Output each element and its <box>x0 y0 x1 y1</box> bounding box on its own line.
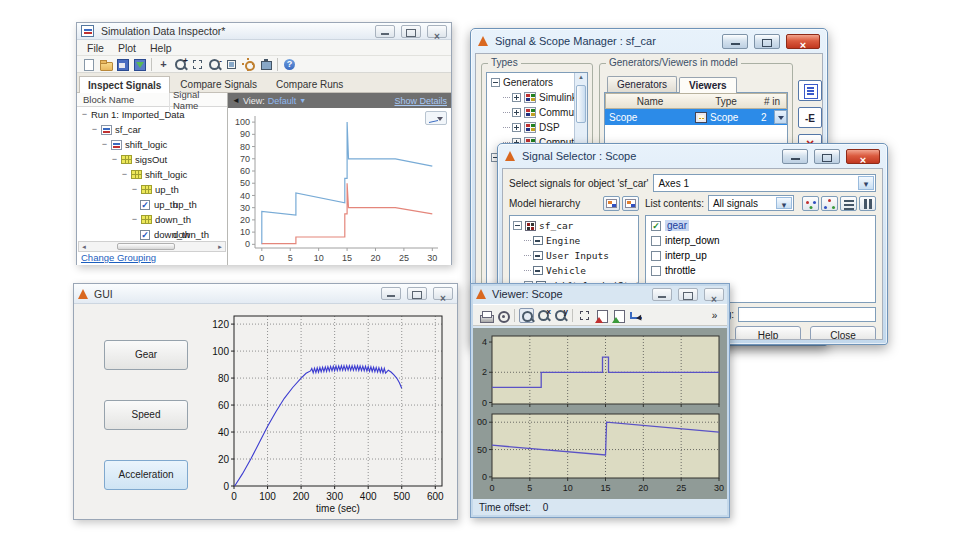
selector-titlebar[interactable]: Signal Selector : Scope <box>498 144 887 168</box>
sdi-titlebar[interactable]: Simulation Data Inspector* <box>77 23 451 40</box>
collapse-icon[interactable] <box>513 221 522 230</box>
expand-icon[interactable] <box>512 108 521 117</box>
window-gui[interactable]: GUI GearSpeedAcceleration 01002003004005… <box>73 283 458 520</box>
hierarchy-tree-row[interactable]: Vehicle <box>512 263 638 278</box>
signal-selection-icon[interactable] <box>628 308 643 323</box>
expand-icon[interactable] <box>512 93 521 102</box>
types-tree-row[interactable]: DSP <box>489 120 587 135</box>
print-icon[interactable] <box>478 308 493 323</box>
close-button[interactable] <box>846 149 880 164</box>
tree-row[interactable]: −shift_logic <box>77 137 227 152</box>
signal-checkbox[interactable]: ✓ <box>140 230 150 240</box>
minimize-button[interactable] <box>782 149 808 164</box>
close-button[interactable] <box>433 287 453 300</box>
toolbar-overflow-icon[interactable] <box>707 308 722 323</box>
collapse-icon[interactable]: − <box>90 125 99 134</box>
zoom-y-icon[interactable]: y <box>553 308 568 323</box>
filter-input[interactable] <box>738 307 876 322</box>
viewer-titlebar[interactable]: Viewer: Scope <box>471 284 729 304</box>
manager-titlebar[interactable]: Signal & Scope Manager : sf_car <box>471 29 827 53</box>
menu-file[interactable]: File <box>80 42 111 54</box>
show-details-link[interactable]: Show Details <box>394 96 447 106</box>
zoom-x-icon[interactable]: x <box>536 308 551 323</box>
horizontal-scrollbar[interactable]: ◄ ► <box>78 241 226 252</box>
close-button[interactable] <box>704 288 724 301</box>
tree-row[interactable]: ✓down_thdown_th <box>77 227 227 241</box>
hierarchy-tree-row[interactable]: sf_car <box>512 218 638 233</box>
collapse-pane-icon[interactable]: ◄ <box>232 96 240 105</box>
collapse-icon[interactable]: − <box>120 170 129 179</box>
signal-list-item[interactable]: interp_up <box>647 248 875 263</box>
sdi-signals-chart[interactable]: 0510152025300102030405060708090100 <box>228 108 450 264</box>
signal-checkbox[interactable]: ✓ <box>651 221 661 231</box>
axes-combo[interactable]: Axes 1 <box>653 174 876 192</box>
gui-speed-chart[interactable]: 0100200300400500600020406080100120time (… <box>200 308 452 516</box>
close-button[interactable] <box>786 34 820 49</box>
scrollbar-thumb[interactable] <box>117 243 175 250</box>
new-icon[interactable] <box>81 57 96 72</box>
acceleration-button[interactable]: Acceleration <box>104 460 188 490</box>
view-value-dropdown[interactable]: Default <box>268 96 297 106</box>
collapse-icon[interactable]: − <box>80 110 89 119</box>
save-icon[interactable] <box>115 57 130 72</box>
flat-list-view-button[interactable] <box>840 196 857 211</box>
menu-plot[interactable]: Plot <box>111 42 143 54</box>
signal-checkbox[interactable] <box>651 266 661 276</box>
collapse-icon[interactable]: − <box>110 155 119 164</box>
chevron-down-icon[interactable]: ▼ <box>299 97 306 104</box>
maximize-button[interactable] <box>678 288 698 301</box>
speed-button[interactable]: Speed <box>104 400 188 430</box>
close-button[interactable]: Close <box>810 326 876 340</box>
open-icon[interactable] <box>98 57 113 72</box>
types-tree-row[interactable]: Simulink <box>489 90 587 105</box>
tab-inspect-signals[interactable]: Inspect Signals <box>79 76 170 93</box>
minimize-button[interactable] <box>375 25 395 38</box>
maximize-button[interactable] <box>407 287 427 300</box>
look-under-masks-button[interactable] <box>622 196 639 211</box>
maximize-button[interactable] <box>814 149 840 164</box>
hierarchy-tree-row[interactable]: User Inputs <box>512 248 638 263</box>
follow-links-button[interactable] <box>603 196 620 211</box>
plot-options-dropdown[interactable] <box>425 111 447 125</box>
scope-speed-axes[interactable]: 051015202530050100 <box>477 412 725 498</box>
collapse-icon[interactable] <box>491 78 500 87</box>
save-axes-icon[interactable] <box>594 308 609 323</box>
tree-row[interactable]: −sigsOut <box>77 152 227 167</box>
change-grouping-link[interactable]: Change Grouping <box>77 252 227 265</box>
types-tree-row[interactable]: Communications <box>489 105 587 120</box>
tab-compare-runs[interactable]: Compare Runs <box>267 75 352 92</box>
gear-button[interactable]: Gear <box>104 340 188 370</box>
signal-checkbox[interactable]: ✓ <box>140 200 150 210</box>
fit-icon[interactable] <box>224 57 239 72</box>
scroll-right-icon[interactable]: ► <box>215 244 225 250</box>
tree-row[interactable]: −Run 1: Imported_Data <box>77 107 227 122</box>
tab-viewers[interactable]: Viewers <box>679 77 737 93</box>
hierarchy-tree-row[interactable]: Engine <box>512 233 638 248</box>
scope-gear-axes[interactable]: 024 <box>477 332 725 410</box>
scope-display[interactable]: 024 051015202530050100 <box>473 328 727 499</box>
window-simulation-data-inspector[interactable]: Simulation Data Inspector* FilePlotHelp … <box>76 22 452 265</box>
types-tree-row[interactable]: Generators <box>489 75 587 90</box>
window-viewer-scope[interactable]: Viewer: Scope xy 024 051015202530050100 … <box>470 283 730 518</box>
signal-list-item[interactable]: throttle <box>647 263 875 278</box>
maximize-button[interactable] <box>754 34 780 49</box>
show-hierarchy-button[interactable] <box>821 196 838 211</box>
collapse-icon[interactable]: − <box>130 185 139 194</box>
scroll-left-icon[interactable]: ◄ <box>79 244 89 250</box>
maximize-button[interactable] <box>401 25 421 38</box>
tab-generators[interactable]: Generators <box>607 76 677 92</box>
zoom-icon[interactable] <box>519 308 534 323</box>
minimize-button[interactable] <box>652 288 672 301</box>
open-viewer-button[interactable] <box>798 80 822 101</box>
restore-axes-icon[interactable] <box>611 308 626 323</box>
list-contents-combo[interactable]: All signals <box>708 195 794 211</box>
gui-titlebar[interactable]: GUI <box>74 284 457 304</box>
collapse-icon[interactable]: − <box>100 140 109 149</box>
tree-row[interactable]: −up_th <box>77 182 227 197</box>
viewer-table-row[interactable]: Scope Scope 2 <box>605 109 787 125</box>
capture-icon[interactable] <box>258 57 273 72</box>
signal-list-item[interactable]: ✓gear <box>647 218 875 233</box>
column-view-button[interactable] <box>859 196 876 211</box>
cursor-icon[interactable] <box>156 57 171 72</box>
collapse-icon[interactable]: − <box>130 215 139 224</box>
